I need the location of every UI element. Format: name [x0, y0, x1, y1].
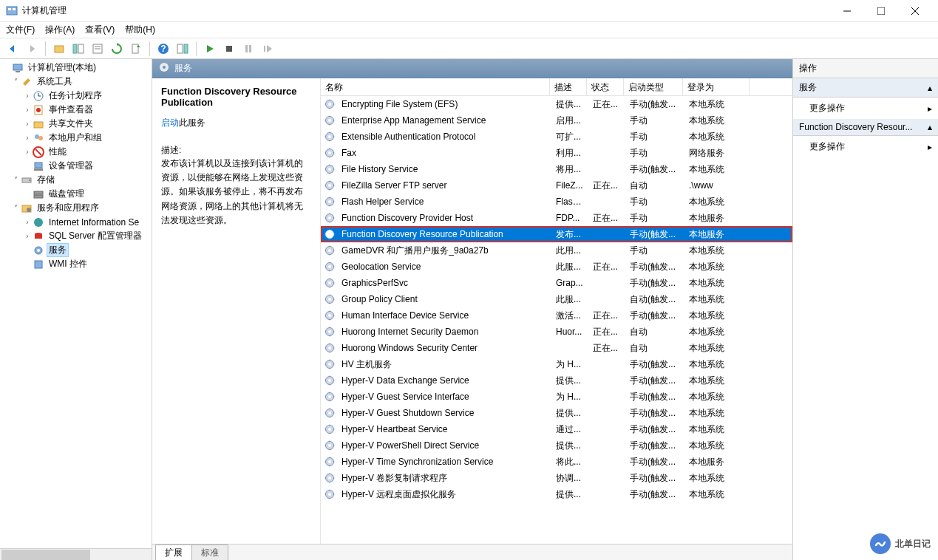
wmi-icon — [33, 259, 44, 270]
gear-icon — [324, 407, 336, 419]
tree-services-apps[interactable]: ˅服务和应用程序 — [0, 201, 152, 215]
service-list[interactable]: 名称 描述 状态 启动类型 登录为 Encrypting File System… — [321, 78, 792, 544]
menu-help[interactable]: 帮助(H) — [125, 24, 155, 36]
col-startup[interactable]: 启动类型 — [624, 78, 683, 95]
service-name: Hyper-V PowerShell Direct Service — [337, 440, 551, 451]
tab-standard[interactable]: 标准 — [191, 544, 228, 560]
restart-service-button[interactable] — [259, 41, 276, 57]
menu-view[interactable]: 查看(V) — [85, 24, 115, 36]
tree-sql[interactable]: ›SQL Server 配置管理器 — [0, 229, 152, 243]
maximize-button[interactable] — [864, 0, 898, 22]
svg-rect-13 — [132, 44, 138, 53]
svg-point-89 — [328, 412, 331, 414]
service-row[interactable]: Function Discovery Resource Publication发… — [321, 226, 792, 242]
service-row[interactable]: FileZilla Server FTP serverFileZ...正在...… — [321, 177, 792, 194]
service-row[interactable]: Hyper-V 卷影复制请求程序协调...手动(触发...本地系统 — [321, 470, 792, 486]
tree-task-scheduler[interactable]: ›任务计划程序 — [0, 89, 152, 103]
gear-icon — [324, 212, 336, 224]
col-status[interactable]: 状态 — [587, 78, 624, 95]
tree-system-tools[interactable]: ˅系统工具 — [0, 75, 152, 89]
refresh-button[interactable] — [109, 41, 125, 57]
service-name: Hyper-V 远程桌面虚拟化服务 — [337, 488, 551, 501]
forward-button[interactable] — [24, 41, 40, 57]
service-row[interactable]: Hyper-V Time Synchronization Service将此..… — [321, 454, 792, 470]
service-row[interactable]: Encrypting File System (EFS)提供...正在...手动… — [321, 96, 792, 112]
action-more-1[interactable]: 更多操作▸ — [793, 98, 938, 119]
show-actions-button[interactable] — [174, 41, 191, 57]
col-desc[interactable]: 描述 — [550, 78, 587, 95]
service-row[interactable]: Enterprise App Management Service启用...手动… — [321, 112, 792, 129]
action-more-2[interactable]: 更多操作▸ — [793, 136, 938, 157]
svg-rect-2 — [13, 8, 16, 10]
service-logon: 本地系统 — [684, 310, 751, 322]
tree-wmi[interactable]: WMI 控件 — [0, 257, 152, 271]
action-section-services[interactable]: 服务▴ — [793, 78, 938, 98]
service-startup: 手动 — [625, 115, 684, 127]
back-button[interactable] — [4, 41, 21, 57]
service-row[interactable]: File History Service将用...手动(触发...本地系统 — [321, 161, 792, 177]
service-row[interactable]: Human Interface Device Service激活...正在...… — [321, 307, 792, 324]
tree-shared-folders[interactable]: ›共享文件夹 — [0, 117, 152, 131]
service-startup: 手动 — [625, 131, 684, 143]
device-icon — [33, 160, 44, 172]
up-button[interactable] — [51, 41, 67, 57]
service-row[interactable]: HV 主机服务为 H...手动(触发...本地系统 — [321, 356, 792, 372]
service-row[interactable]: Fax利用...手动网络服务 — [321, 145, 792, 161]
tree-event-viewer[interactable]: ›事件查看器 — [0, 103, 152, 117]
help-button[interactable]: ? — [155, 41, 171, 57]
export-button[interactable] — [128, 41, 144, 57]
service-row[interactable]: Extensible Authentication Protocol可扩...手… — [321, 129, 792, 145]
service-startup: 手动(触发... — [625, 261, 684, 273]
pause-service-button[interactable] — [240, 41, 256, 57]
service-startup: 手动(触发... — [625, 375, 684, 387]
service-row[interactable]: Function Discovery Provider HostFDP...正在… — [321, 210, 792, 226]
actions-pane: 操作 服务▴ 更多操作▸ Function Discovery Resour..… — [793, 59, 938, 560]
tree-local-users[interactable]: ›本地用户和组 — [0, 131, 152, 145]
service-row[interactable]: Hyper-V PowerShell Direct Service提供...手动… — [321, 437, 792, 454]
service-logon: 本地系统 — [684, 407, 751, 420]
svg-rect-0 — [7, 7, 17, 15]
service-row[interactable]: Hyper-V 远程桌面虚拟化服务提供...手动(触发...本地系统 — [321, 486, 792, 502]
tree-storage[interactable]: ˅存储 — [0, 173, 152, 187]
service-logon: 本地系统 — [684, 293, 751, 306]
col-logon[interactable]: 登录为 — [683, 78, 750, 95]
service-row[interactable]: Hyper-V Data Exchange Service提供...手动(触发.… — [321, 372, 792, 389]
service-row[interactable]: Hyper-V Heartbeat Service通过...手动(触发...本地… — [321, 421, 792, 437]
service-name: Function Discovery Provider Host — [337, 213, 551, 223]
minimize-button[interactable] — [830, 0, 864, 22]
start-service-link[interactable]: 启动 — [161, 117, 179, 128]
service-logon: 本地服务 — [684, 456, 751, 468]
service-row[interactable]: GameDVR 和广播用户服务_9a0a27b此用...手动本地系统 — [321, 242, 792, 259]
menu-file[interactable]: 文件(F) — [6, 24, 35, 36]
tree-device-manager[interactable]: 设备管理器 — [0, 159, 152, 173]
action-section-selected[interactable]: Function Discovery Resour...▴ — [793, 119, 938, 136]
tree-services[interactable]: 服务 — [0, 243, 152, 257]
service-row[interactable]: Group Policy Client此服...自动(触发...本地系统 — [321, 291, 792, 307]
service-row[interactable]: Flash Helper ServiceFlash...手动本地系统 — [321, 194, 792, 210]
service-row[interactable]: Huorong Internet Security DaemonHuor...正… — [321, 324, 792, 340]
service-logon: .\www — [684, 180, 751, 191]
tree-root[interactable]: 计算机管理(本地) — [0, 61, 152, 75]
service-row[interactable]: Hyper-V Guest Shutdown Service提供...手动(触发… — [321, 405, 792, 421]
tab-extended[interactable]: 扩展 — [155, 544, 192, 560]
close-button[interactable] — [898, 0, 932, 22]
gear-icon — [324, 488, 336, 500]
tree-performance[interactable]: ›性能 — [0, 145, 152, 159]
start-service-button[interactable] — [202, 41, 218, 57]
show-hide-tree-button[interactable] — [70, 41, 86, 57]
service-name: Geolocation Service — [337, 262, 551, 272]
service-name: Function Discovery Resource Publication — [337, 229, 551, 239]
performance-icon — [33, 146, 44, 158]
col-name[interactable]: 名称 — [321, 78, 550, 95]
tree-disk-management[interactable]: 磁盘管理 — [0, 187, 152, 201]
service-row[interactable]: Huorong Windows Security Center正在...自动本地… — [321, 340, 792, 356]
menu-action[interactable]: 操作(A) — [45, 24, 75, 36]
stop-service-button[interactable] — [221, 41, 237, 57]
service-row[interactable]: Geolocation Service此服...正在...手动(触发...本地系… — [321, 259, 792, 275]
service-row[interactable]: GraphicsPerfSvcGrap...手动(触发...本地系统 — [321, 275, 792, 291]
tree-iis[interactable]: ›Internet Information Se — [0, 215, 152, 229]
properties-button[interactable] — [89, 41, 106, 57]
service-name: Hyper-V Guest Service Interface — [337, 392, 551, 402]
service-row[interactable]: Hyper-V Guest Service Interface为 H...手动(… — [321, 389, 792, 405]
tree-pane[interactable]: 计算机管理(本地) ˅系统工具 ›任务计划程序 ›事件查看器 ›共享文件夹 ›本… — [0, 59, 152, 560]
